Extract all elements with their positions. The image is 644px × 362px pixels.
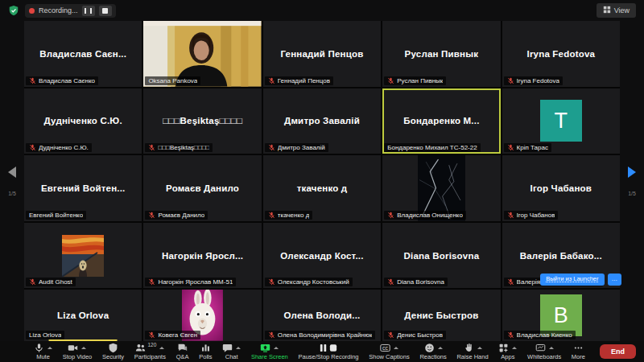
participant-tile[interactable]: Руслан Пивнык Руслан Пивнык <box>382 21 500 87</box>
pause-recording-button[interactable] <box>82 6 95 16</box>
participant-tile[interactable]: B Владислав Киенко <box>502 290 620 341</box>
polls-icon <box>200 343 211 353</box>
toolbar-more[interactable]: More <box>572 343 585 360</box>
participant-tile[interactable]: Ромаєв Данило Ромаєв Данило <box>143 155 261 221</box>
participant-tile[interactable]: Геннадий Пенцов Геннадий Пенцов <box>263 21 381 87</box>
participant-label: Евгений Войтенко <box>26 211 86 220</box>
previous-page-nav: 1/5 <box>0 21 24 341</box>
participant-tile[interactable]: Олена Володи... Олена Володимирівна Край… <box>263 290 381 341</box>
participant-tile[interactable]: Oksana Pankova <box>143 21 261 87</box>
participant-tile[interactable]: Iryna Fedotova Iryna Fedotova <box>502 21 620 87</box>
participant-label-text: Руслан Пивнык <box>397 77 443 84</box>
participant-tile[interactable]: Евгений Войтен... Евгений Войтенко <box>24 155 142 221</box>
toolbar-mute[interactable]: Mute <box>34 343 52 360</box>
participant-label: Diana Borisovna <box>384 278 448 286</box>
participant-tile[interactable]: Дудніченко С.Ю. Дудніченко С.Ю. <box>24 88 142 154</box>
participant-name: Олена Володи... <box>279 311 365 320</box>
participant-name: Денис Быстров <box>399 311 483 320</box>
participant-tile[interactable]: Олександр Кост... Олександр Костовський <box>263 223 381 289</box>
recording-indicator: Recording... <box>25 4 116 18</box>
toolbar-item-label: Whiteboards <box>527 354 561 360</box>
toolbar-pause-stop-recording[interactable]: Pause/Stop Recording <box>298 343 358 360</box>
participant-label: Владислав Киенко <box>504 331 576 339</box>
participant-tile[interactable]: Ковега Євген <box>143 290 261 341</box>
view-label: View <box>614 6 630 14</box>
muted-mic-icon <box>387 212 394 219</box>
view-button[interactable]: View <box>597 3 636 18</box>
smiley-icon <box>424 343 435 353</box>
gallery-view-icon <box>603 6 611 15</box>
toolbar-whiteboards[interactable]: Whiteboards <box>527 343 561 360</box>
chevron-up-icon[interactable] <box>438 347 443 349</box>
toolbar-share-screen[interactable]: Share Screen <box>251 343 288 360</box>
toolbar-stop-video[interactable]: Stop Video <box>63 343 93 360</box>
chevron-up-icon[interactable] <box>47 347 52 349</box>
toolbar-show-captions[interactable]: CC Show Captions <box>369 343 409 360</box>
chevron-up-icon[interactable] <box>394 347 398 349</box>
toolbar-security[interactable]: Security <box>102 343 124 360</box>
chevron-up-icon[interactable] <box>274 347 279 349</box>
chevron-up-icon[interactable] <box>512 347 517 349</box>
chevron-up-icon[interactable] <box>236 347 241 349</box>
toolbar-qa[interactable]: Q&A <box>176 343 189 360</box>
toolbar-item-label: Q&A <box>176 354 189 360</box>
chevron-up-icon[interactable] <box>477 347 482 349</box>
stop-recording-button[interactable] <box>99 6 112 16</box>
participant-tile[interactable]: T Кріп Тарас <box>502 88 620 154</box>
toolbar-raise-hand[interactable]: Raise Hand <box>456 343 488 360</box>
toolbar-item-label: Reactions <box>419 354 446 360</box>
participant-tile[interactable]: Денис Быстров Денис Быстров <box>382 290 500 341</box>
participant-label-text: □□□Beşiktaş□□□□ <box>158 144 209 151</box>
toolbar-chat[interactable]: Chat <box>222 343 241 360</box>
floating-more-button[interactable]: … <box>608 274 622 286</box>
participant-tile[interactable]: ткаченко д ткаченко д <box>263 155 381 221</box>
shield-icon <box>108 343 118 353</box>
participant-name: Валерія Бабако... <box>515 251 607 261</box>
toolbar-polls[interactable]: Polls <box>199 343 212 360</box>
participant-tile[interactable]: Дмитро Завалій Дмитро Завалій <box>263 88 381 154</box>
camera-icon <box>68 343 78 353</box>
participant-tile[interactable]: Audit Ghost <box>24 223 142 289</box>
participant-tile[interactable]: Владислав Онищенко <box>382 155 500 221</box>
participant-name: Дудніченко С.Ю. <box>39 116 127 125</box>
participant-tile[interactable]: Diana Borisovna Diana Borisovna <box>382 223 500 289</box>
chevron-up-icon[interactable] <box>549 347 554 349</box>
participant-tile[interactable]: Ігор Чабанов Ігор Чабанов <box>502 155 620 221</box>
participant-count-badge: 120 <box>147 342 156 348</box>
participant-tile[interactable]: Бондаренко М... Бондаренко Михаил ТС-52-… <box>382 88 500 154</box>
muted-mic-icon <box>148 331 155 339</box>
participant-label-text: Дмитро Завалій <box>278 144 325 151</box>
participant-label-text: Владислав Онищенко <box>397 212 463 219</box>
participant-label-text: Ромаєв Данило <box>158 212 204 219</box>
muted-mic-icon <box>387 77 394 84</box>
next-page-arrow-icon[interactable] <box>628 167 636 178</box>
end-meeting-button[interactable]: End <box>600 344 636 359</box>
muted-mic-icon <box>268 278 275 286</box>
people-icon <box>135 343 146 353</box>
toolbar-apps[interactable]: Apps <box>498 343 517 360</box>
pause-icon <box>85 8 92 14</box>
toolbar-item-label: More <box>572 354 585 360</box>
chevron-up-icon[interactable] <box>81 347 86 349</box>
participant-tile[interactable]: □□□Beşiktaş□□□□ □□□Beşiktaş□□□□ <box>143 88 261 154</box>
participant-tile[interactable]: Liza Orlova Liza Orlova <box>24 290 142 341</box>
participant-label: Liza Orlova <box>26 331 64 339</box>
previous-page-arrow-icon[interactable] <box>8 167 16 178</box>
participant-name: Iryna Fedotova <box>522 49 600 59</box>
muted-mic-icon <box>148 212 155 219</box>
muted-mic-icon <box>507 331 514 339</box>
record-controls-icon <box>319 343 338 353</box>
participant-name: □□□Beşiktaş□□□□ <box>158 116 247 125</box>
chevron-up-icon[interactable] <box>159 347 164 349</box>
muted-mic-icon <box>268 331 275 339</box>
participant-tile[interactable]: Нагоркін Яросл... Нагоркін Ярослав ММ-51 <box>143 223 261 289</box>
participant-label-text: Iryna Fedotova <box>517 77 559 84</box>
participant-label: Дмитро Завалій <box>265 143 328 152</box>
floating-primary-button[interactable]: Выйти из Launcher <box>540 274 604 286</box>
meeting-security-shield-icon[interactable] <box>8 5 19 16</box>
toolbar-reactions[interactable]: Reactions <box>419 343 446 360</box>
toolbar-participants[interactable]: 120 Participants <box>134 343 166 360</box>
participant-tile[interactable]: Владислав Саєн... Владислав Саєнко <box>24 21 142 87</box>
more-icon <box>573 343 584 353</box>
participant-label-text: Бондаренко Михаил ТС-52-22 <box>387 144 477 151</box>
